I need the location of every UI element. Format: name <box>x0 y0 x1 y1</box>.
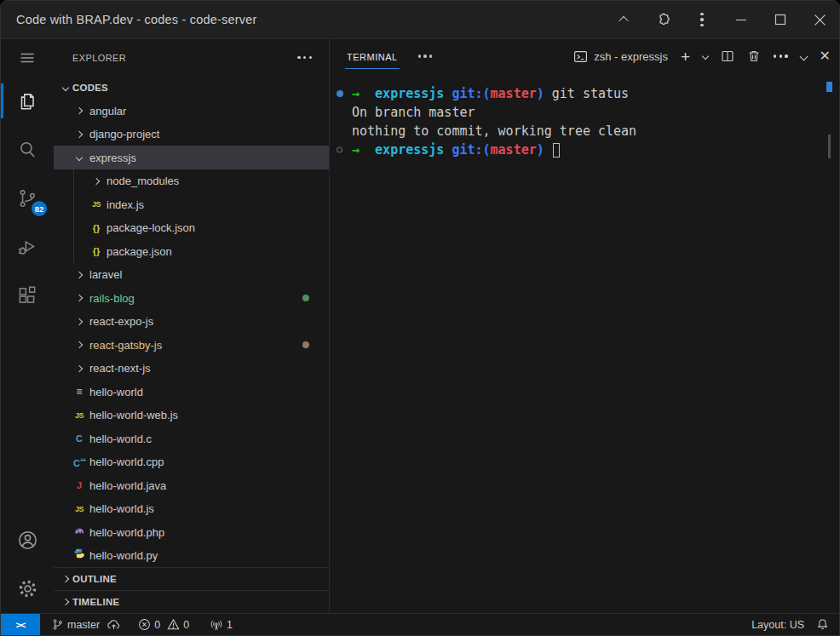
tree-item-hello-world.php[interactable]: hello-world.php <box>54 520 329 544</box>
cloud-upload-icon <box>106 618 121 631</box>
tree-item-index.js[interactable]: JSindex.js <box>54 192 329 216</box>
terminal-line: → expressjs git:(master) git status <box>352 84 814 103</box>
tree-item-react-gatsby-js[interactable]: react-gatsby-js <box>54 333 329 357</box>
sidebar-item-run-debug[interactable] <box>1 222 54 271</box>
tree-item-node_modules[interactable]: node_modules <box>54 169 329 193</box>
tree-item-laravel[interactable]: laravel <box>54 263 329 287</box>
chevron-right-icon <box>72 108 86 113</box>
notifications-button[interactable] <box>810 618 839 631</box>
sidebar-header: EXPLORER <box>54 39 329 76</box>
tree-item-hello-world[interactable]: ≡hello-world <box>54 380 329 404</box>
settings-button[interactable] <box>1 564 54 613</box>
tree-item-rails-blog[interactable]: rails-blog <box>54 286 329 310</box>
kebab-menu-icon <box>700 13 703 27</box>
tree-item-label: hello-world.js <box>89 502 154 515</box>
terminal-more-actions-icon[interactable] <box>774 54 788 57</box>
sidebar-item-search[interactable] <box>1 125 54 174</box>
tree-item-angular[interactable]: angular <box>54 99 329 123</box>
status-right: Layout: US <box>745 618 839 631</box>
sidebar-item-extensions[interactable] <box>1 271 54 319</box>
section-header-timeline[interactable]: TIMELINE <box>54 590 329 613</box>
split-editor-icon <box>721 49 734 63</box>
panel-header: TERMINAL zsh - expressjs + <box>330 39 839 73</box>
file-tree: angulardjango-projectexpressjsnode_modul… <box>54 99 329 567</box>
js-file-icon: JS <box>89 198 103 211</box>
tree-item-label: package-lock.json <box>106 221 195 234</box>
section-label: TIMELINE <box>72 597 119 607</box>
terminal-token: git:( <box>452 142 490 158</box>
tree-item-expressjs[interactable]: expressjs <box>54 146 329 169</box>
status-keyboard-layout[interactable]: Layout: US <box>745 619 810 631</box>
terminal-body[interactable]: → expressjs git:(master) git statusOn br… <box>330 73 839 613</box>
chevron-down-icon <box>72 155 86 160</box>
remote-indicator[interactable]: >< <box>1 614 40 635</box>
status-bar: >< master 0 0 <box>1 613 839 635</box>
tree-item-react-expo-js[interactable]: react-expo-js <box>54 310 329 334</box>
terminal-scrollbar-thumb[interactable] <box>828 135 831 158</box>
status-branch[interactable]: master <box>45 614 127 635</box>
tree-item-label: index.js <box>106 198 144 211</box>
browser-menu-button[interactable] <box>682 1 722 38</box>
js-file-icon: JS <box>72 409 86 422</box>
status-ports[interactable]: 1 <box>204 614 239 635</box>
tree-item-label: hello-world.py <box>89 549 158 562</box>
new-terminal-button[interactable]: + <box>681 49 690 65</box>
sidebar-item-explorer[interactable] <box>1 77 54 125</box>
tree-item-label: react-expo-js <box>89 315 153 328</box>
terminal-token: ) <box>537 142 552 158</box>
tree-item-label: hello-world.cpp <box>89 456 164 468</box>
split-terminal-button[interactable] <box>721 49 734 63</box>
tree-item-hello-world-web.js[interactable]: JShello-world-web.js <box>54 404 329 427</box>
explorer-more-actions-icon[interactable] <box>297 56 312 59</box>
kill-terminal-button[interactable] <box>747 49 761 63</box>
branch-label: master <box>67 619 100 631</box>
hide-panel-chevron[interactable] <box>801 54 807 60</box>
window-title: Code with BRAP.dev - codes - code-server <box>16 13 257 26</box>
section-header-codes[interactable]: CODES <box>54 76 329 99</box>
command-decoration-filled[interactable] <box>337 90 343 97</box>
browser-extensions-button[interactable] <box>643 1 682 38</box>
tree-item-react-next-js[interactable]: react-next-js <box>54 357 329 381</box>
collapse-toolbar-button[interactable] <box>604 1 643 38</box>
gear-icon <box>16 577 39 600</box>
tree-item-hello-world.c[interactable]: Chello-world.c <box>54 427 329 450</box>
terminal-token: → <box>352 142 360 158</box>
git-decoration-dot <box>302 295 309 301</box>
chevron-up-icon <box>618 16 628 26</box>
minimize-button[interactable] <box>722 1 761 38</box>
status-problems[interactable]: 0 0 <box>132 614 195 635</box>
terminal-token: expressjs <box>360 86 452 101</box>
terminal-token: git:( <box>452 86 490 101</box>
account-button[interactable] <box>1 516 54 564</box>
tree-item-hello-world.java[interactable]: Jhello-world.java <box>54 473 329 497</box>
account-icon <box>16 529 39 552</box>
cpp-file-icon: C++ <box>72 454 86 470</box>
terminal-panel: TERMINAL zsh - expressjs + <box>329 39 839 613</box>
launch-profile-chevron-icon[interactable] <box>703 54 708 59</box>
tree-item-hello-world.py[interactable]: hello-world.py <box>54 544 329 568</box>
tab-terminal[interactable]: TERMINAL <box>345 44 400 69</box>
java-file-icon: J <box>72 478 86 492</box>
close-window-button[interactable] <box>800 1 839 38</box>
tree-item-hello-world.cpp[interactable]: C++hello-world.cpp <box>54 450 329 474</box>
menu-button[interactable] <box>1 39 54 77</box>
explorer-sidebar: EXPLORER CODES angulardjango-projectexpr… <box>54 39 329 613</box>
sidebar-item-source-control[interactable]: 82 <box>1 174 54 222</box>
close-panel-button[interactable]: ✕ <box>820 49 831 63</box>
terminal-instance-item[interactable]: zsh - expressjs <box>573 49 668 64</box>
error-icon <box>138 618 151 631</box>
terminal-cursor <box>553 143 560 158</box>
close-icon <box>814 14 826 26</box>
tree-item-django-project[interactable]: django-project <box>54 123 329 146</box>
command-decoration-hollow[interactable] <box>337 147 342 153</box>
section-header-outline[interactable]: OUTLINE <box>54 567 329 590</box>
tree-item-package.json[interactable]: {}package.json <box>54 239 329 263</box>
maximize-button[interactable] <box>761 1 800 38</box>
tree-item-hello-world.js[interactable]: JShello-world.js <box>54 497 329 521</box>
tree-item-label: expressjs <box>89 152 136 164</box>
terminal-line: nothing to commit, working tree clean <box>352 122 814 140</box>
tree-item-package-lock.json[interactable]: {}package-lock.json <box>54 216 329 240</box>
json-file-icon: {} <box>89 244 103 258</box>
panel-more-tabs-icon[interactable] <box>418 54 433 57</box>
bell-icon <box>816 618 829 631</box>
